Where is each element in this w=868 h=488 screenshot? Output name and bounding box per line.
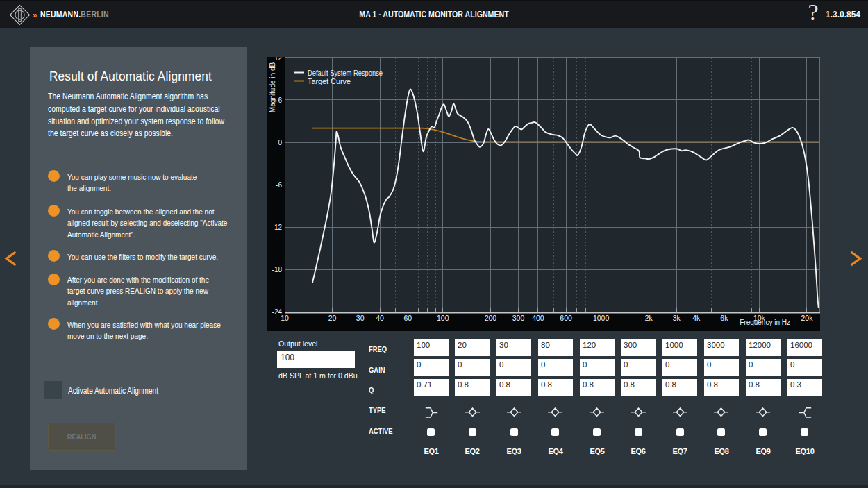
svg-text:600: 600 [560,314,572,322]
svg-text:1000: 1000 [593,314,610,322]
svg-text:Target Curve: Target Curve [308,77,351,85]
svg-text:400: 400 [532,314,544,322]
svg-text:2k: 2k [645,314,653,322]
svg-text:3k: 3k [673,314,681,322]
svg-text:200: 200 [485,314,497,322]
svg-text:20k: 20k [801,314,814,322]
svg-text:60: 60 [403,314,412,322]
svg-text:100: 100 [437,314,449,322]
svg-text:-12: -12 [272,224,283,231]
svg-text:10: 10 [281,314,289,322]
svg-text:12: 12 [274,57,283,62]
svg-text:300: 300 [512,314,525,322]
svg-text:Frequency in Hz: Frequency in Hz [740,319,790,326]
svg-text:4k: 4k [692,314,701,322]
svg-text:6: 6 [278,96,282,104]
svg-text:40: 40 [376,314,384,322]
svg-text:-18: -18 [272,266,283,274]
svg-text:-6: -6 [276,181,282,189]
svg-text:30: 30 [356,314,365,322]
svg-text:20: 20 [328,314,337,322]
svg-text:Default System Response: Default System Response [308,69,383,77]
svg-text:Magnitude in dB: Magnitude in dB [269,62,276,113]
svg-text:0: 0 [278,139,282,146]
svg-text:6k: 6k [720,314,728,322]
